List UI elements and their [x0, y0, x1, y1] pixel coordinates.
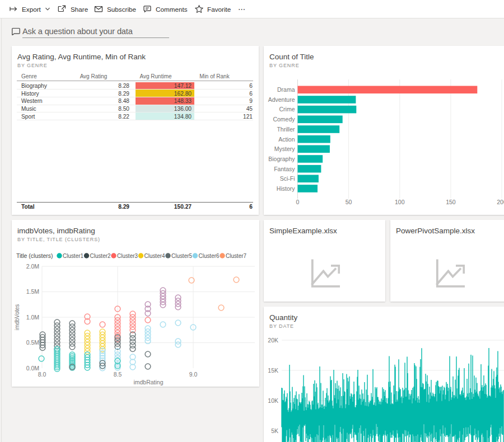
svg-text:Drama: Drama: [277, 86, 295, 93]
svg-text:150: 150: [446, 199, 456, 205]
svg-text:Cluster3: Cluster3: [117, 253, 138, 259]
svg-text:2.0M: 2.0M: [26, 263, 39, 270]
svg-text:50: 50: [346, 199, 352, 205]
svg-text:Cluster2: Cluster2: [90, 253, 111, 259]
svg-text:Cluster1: Cluster1: [63, 253, 83, 259]
svg-text:History: History: [277, 185, 295, 192]
svg-text:imdbVotes: imdbVotes: [14, 304, 20, 331]
svg-text:0.5M: 0.5M: [26, 339, 39, 346]
svg-text:Mystery: Mystery: [274, 145, 296, 152]
svg-text:0: 0: [296, 199, 300, 205]
svg-text:200: 200: [497, 199, 504, 205]
svg-text:Cluster4: Cluster4: [144, 253, 165, 259]
svg-text:Crime: Crime: [279, 106, 295, 112]
svg-text:Comedy: Comedy: [273, 116, 295, 123]
svg-text:Adventure: Adventure: [268, 96, 295, 103]
svg-text:Cluster6: Cluster6: [199, 253, 220, 259]
svg-text:Action: Action: [278, 136, 295, 143]
svg-text:1.0M: 1.0M: [26, 314, 39, 321]
svg-text:10K: 10K: [268, 397, 278, 404]
svg-text:5K: 5K: [271, 427, 278, 434]
svg-text:Cluster5: Cluster5: [171, 253, 192, 259]
svg-text:Fantasy: Fantasy: [274, 166, 295, 172]
svg-text:20K: 20K: [268, 337, 278, 344]
svg-text:8.0: 8.0: [38, 371, 46, 378]
svg-text:0.0M: 0.0M: [26, 365, 39, 372]
svg-text:Sci-Fi: Sci-Fi: [280, 175, 295, 182]
svg-text:8.5: 8.5: [114, 371, 122, 378]
svg-text:imdbRating: imdbRating: [133, 379, 163, 385]
svg-text:Biography: Biography: [268, 156, 295, 162]
svg-text:Thriller: Thriller: [277, 126, 295, 133]
svg-text:Cluster7: Cluster7: [226, 253, 246, 259]
svg-text:Title (clusters): Title (clusters): [16, 252, 53, 259]
svg-text:100: 100: [395, 199, 405, 205]
svg-text:9.0: 9.0: [189, 371, 198, 378]
svg-text:1.5M: 1.5M: [26, 288, 39, 295]
svg-text:15K: 15K: [268, 367, 278, 374]
